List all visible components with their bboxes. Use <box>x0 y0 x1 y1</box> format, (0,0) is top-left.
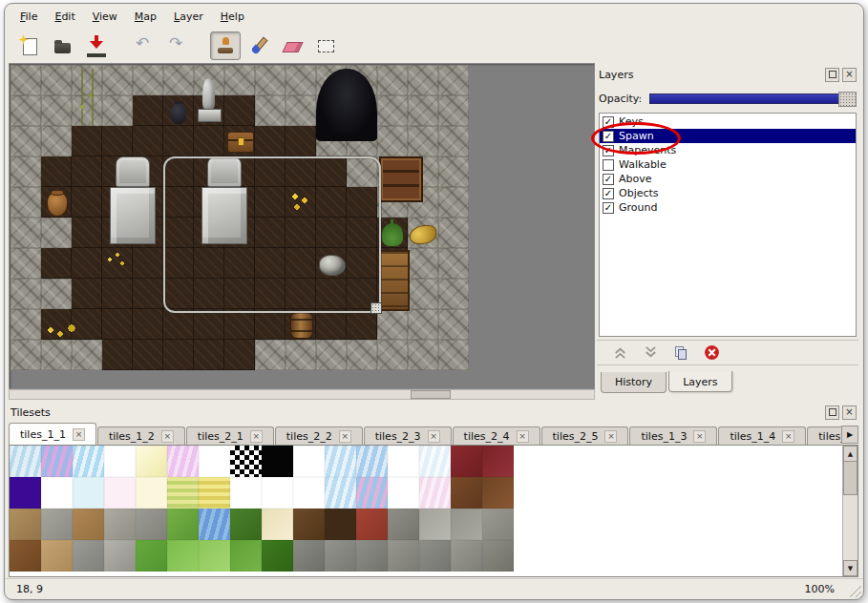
tab-close-icon[interactable] <box>604 430 617 443</box>
selection-resize-handle[interactable] <box>370 302 382 314</box>
map-tile[interactable] <box>11 187 41 218</box>
map-tile[interactable] <box>224 65 255 95</box>
map-tile[interactable] <box>72 156 102 187</box>
map-tile[interactable] <box>163 95 194 126</box>
layer-row-walkable[interactable]: Walkable <box>600 157 856 172</box>
map-tile[interactable] <box>194 309 224 340</box>
map-tile[interactable] <box>41 187 72 218</box>
map-tile[interactable] <box>438 218 469 248</box>
map-tile[interactable] <box>11 65 41 95</box>
map-tile[interactable] <box>377 187 408 218</box>
map-tile[interactable] <box>438 279 469 309</box>
map-tile[interactable] <box>41 248 72 279</box>
tilesets-panel-float-button[interactable] <box>825 405 839 420</box>
map-tile[interactable] <box>438 187 469 218</box>
tab-close-icon[interactable] <box>428 430 440 443</box>
menu-file[interactable]: File <box>12 8 45 26</box>
map-tile[interactable] <box>133 279 163 309</box>
map-tile[interactable] <box>11 248 41 279</box>
map-tile[interactable] <box>41 95 72 126</box>
palette-tile[interactable] <box>388 446 419 477</box>
map-tile[interactable] <box>438 248 469 279</box>
palette-tile[interactable] <box>419 477 451 509</box>
map-tile[interactable] <box>224 126 255 156</box>
map-tile[interactable] <box>163 65 194 95</box>
layers-panel-float-button[interactable] <box>825 68 839 82</box>
map-tile[interactable] <box>408 156 438 187</box>
tab-close-icon[interactable] <box>73 428 85 441</box>
map-tile[interactable] <box>408 218 438 248</box>
map-tile[interactable] <box>72 279 102 309</box>
palette-vscroll-thumb[interactable] <box>843 461 857 495</box>
palette-tile[interactable] <box>293 509 325 540</box>
palette-tile[interactable] <box>262 477 293 509</box>
map-tile[interactable] <box>224 95 255 126</box>
map-tile[interactable] <box>377 340 408 370</box>
tileset-tab-tiles_1_2[interactable]: tiles_1_2 <box>97 426 185 445</box>
tileset-tab-tiles_1_[interactable]: tiles_1_ <box>807 426 841 445</box>
palette-tile[interactable] <box>262 509 293 540</box>
palette-tile[interactable] <box>73 509 104 540</box>
palette-tile[interactable] <box>230 477 262 509</box>
map-tile[interactable] <box>163 126 194 156</box>
map-tile[interactable] <box>72 95 102 126</box>
palette-tile[interactable] <box>104 477 136 509</box>
map-tile[interactable] <box>286 126 316 156</box>
palette-tile[interactable] <box>230 540 262 572</box>
opacity-slider[interactable] <box>649 94 857 104</box>
palette-tile[interactable] <box>230 509 262 540</box>
map-tile[interactable] <box>438 340 469 370</box>
map-tile[interactable] <box>316 65 347 95</box>
tab-close-icon[interactable] <box>693 430 706 443</box>
map-tile[interactable] <box>438 95 469 126</box>
map-tile[interactable] <box>11 309 41 340</box>
delete-layer-button[interactable] <box>702 344 721 362</box>
map-tile[interactable] <box>133 218 163 248</box>
palette-tile[interactable] <box>451 446 482 477</box>
move-layer-down-button[interactable] <box>641 344 660 362</box>
map-tile[interactable] <box>194 95 224 126</box>
map-tile[interactable] <box>286 309 316 340</box>
map-tile[interactable] <box>377 95 408 126</box>
map-tile[interactable] <box>41 340 72 370</box>
map-tile[interactable] <box>133 65 163 95</box>
map-tile[interactable] <box>133 156 163 187</box>
layer-row-spawn[interactable]: Spawn <box>600 129 856 143</box>
menu-layer[interactable]: Layer <box>166 8 211 26</box>
palette-tile[interactable] <box>136 446 167 477</box>
map-tile[interactable] <box>347 340 377 370</box>
palette-tile[interactable] <box>167 477 199 509</box>
map-tile[interactable] <box>41 279 72 309</box>
dock-tab-history[interactable]: History <box>601 372 667 393</box>
palette-tile[interactable] <box>325 477 356 509</box>
map-canvas[interactable] <box>11 65 469 370</box>
map-tile[interactable] <box>41 65 72 95</box>
map-tile[interactable] <box>102 156 133 187</box>
palette-tile[interactable] <box>104 509 136 540</box>
palette-tile[interactable] <box>325 509 356 540</box>
map-tile[interactable] <box>286 95 316 126</box>
palette-tile[interactable] <box>325 446 356 477</box>
layer-visible-checkbox[interactable] <box>603 202 614 214</box>
map-tile[interactable] <box>102 65 133 95</box>
map-tile[interactable] <box>255 65 286 95</box>
tileset-tab-tiles_1_4[interactable]: tiles_1_4 <box>718 426 806 445</box>
menu-map[interactable]: Map <box>127 8 164 26</box>
palette-tile[interactable] <box>41 477 73 509</box>
map-tile[interactable] <box>347 126 377 156</box>
map-tile[interactable] <box>72 126 102 156</box>
stamp-tool-button[interactable] <box>210 31 241 60</box>
map-tile[interactable] <box>133 126 163 156</box>
palette-tile[interactable] <box>41 540 73 572</box>
palette-tile[interactable] <box>104 540 136 572</box>
palette-tile[interactable] <box>293 477 325 509</box>
save-button[interactable] <box>81 31 112 60</box>
map-tile[interactable] <box>72 309 102 340</box>
palette-tile[interactable] <box>356 446 388 477</box>
tileset-tab-tiles_2_5[interactable]: tiles_2_5 <box>541 426 629 445</box>
palette-tile[interactable] <box>419 509 451 540</box>
tileset-tab-tiles_1_1[interactable]: tiles_1_1 <box>9 423 96 445</box>
map-tile[interactable] <box>72 340 102 370</box>
map-tile[interactable] <box>438 126 469 156</box>
map-tile[interactable] <box>286 340 316 370</box>
